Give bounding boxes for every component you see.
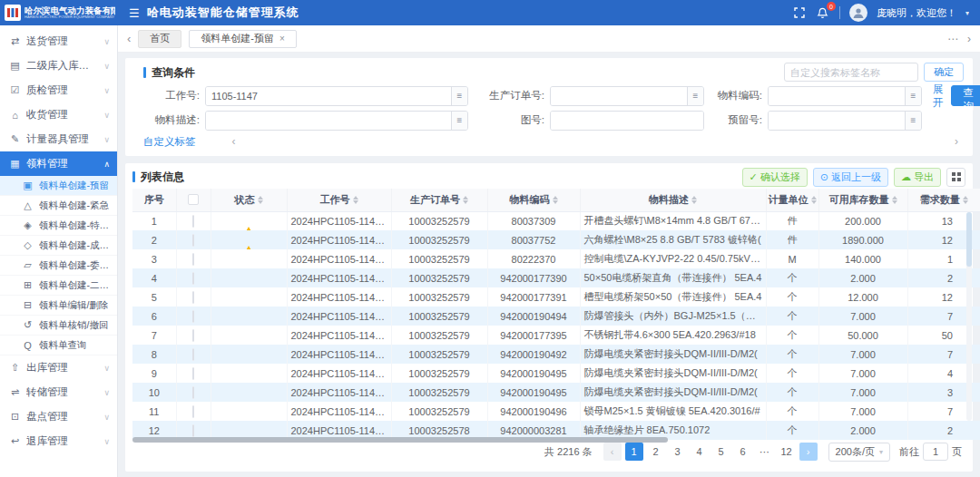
column-header[interactable]: 状态 [211, 189, 287, 211]
sidebar-item-receiving[interactable]: ⌂收货管理∨ [0, 102, 117, 127]
tabs-back-icon[interactable]: ‹ [127, 32, 131, 45]
row-checkbox[interactable] [192, 291, 194, 304]
custom-tag-link[interactable]: 自定义标签 [143, 135, 196, 149]
table-row[interactable]: 12024HPC1105-1147-21000325257980037309开槽… [132, 211, 980, 230]
row-checkbox[interactable] [192, 253, 194, 266]
row-checkbox[interactable] [192, 310, 194, 323]
sort-icon[interactable] [463, 196, 468, 204]
table-row[interactable]: 22024HPC1105-1147-21000325257980037752六角… [132, 230, 980, 249]
sidebar-item-request-create-secondary[interactable]: ⊞领料单创建-二级库 [0, 276, 117, 296]
select-all-checkbox[interactable] [188, 194, 199, 205]
sidebar-item-secondary-inbound-notice[interactable]: ▤二级库入库通知单∨ [0, 54, 117, 78]
row-checkbox[interactable] [192, 272, 194, 285]
row-checkbox[interactable] [192, 386, 194, 399]
horizontal-scrollbar[interactable] [132, 437, 668, 443]
drawing-no-input[interactable] [551, 112, 703, 130]
row-checkbox[interactable] [192, 215, 194, 228]
sidebar-item-request-create-outsourced[interactable]: ▱领料单创建-委外组件 [0, 256, 117, 276]
page-2[interactable]: 2 [647, 443, 665, 461]
sidebar-item-measuring-tools[interactable]: ✎计量器具管理∨ [0, 127, 117, 151]
page-size-select[interactable]: 200条/页 ▾ [828, 443, 890, 462]
table-row[interactable]: 62024HPC1105-1147-2100032525799420001904… [132, 307, 980, 326]
search-button[interactable]: 查询 [951, 85, 980, 106]
table-row[interactable]: 72024HPC1105-1147-2100032525799420001773… [132, 326, 980, 345]
page-3[interactable]: 3 [669, 443, 687, 461]
page-prev-button[interactable]: ‹ [603, 443, 622, 461]
tag-confirm-button[interactable]: 确定 [924, 63, 964, 82]
sort-icon[interactable] [892, 196, 897, 204]
row-checkbox[interactable] [192, 234, 194, 247]
reserve-no-input[interactable] [769, 112, 905, 130]
row-checkbox[interactable] [192, 367, 194, 380]
page-ellipsis[interactable]: ⋯ [756, 443, 774, 461]
user-menu-caret-icon[interactable]: ▾ [965, 9, 969, 17]
sidebar-item-stocktake[interactable]: ⊡盘点管理∨ [0, 404, 117, 429]
table-row[interactable]: 102024HPC1105-1147-210003252579942000190… [132, 383, 980, 402]
filter-icon[interactable]: ≡ [451, 112, 467, 130]
sort-icon[interactable] [353, 196, 358, 204]
work-no-input[interactable] [206, 87, 451, 105]
page-12[interactable]: 12 [778, 443, 796, 461]
vertical-scrollbar[interactable] [966, 212, 972, 421]
page-next-button[interactable]: › [799, 443, 818, 461]
filter-icon[interactable]: ≡ [451, 87, 467, 105]
goto-page-input[interactable] [923, 443, 948, 461]
material-desc-input[interactable] [206, 112, 451, 130]
column-header[interactable]: 计量单位 [766, 189, 818, 211]
table-row[interactable]: 112024HPC1105-1147-210003252579942000190… [132, 402, 980, 421]
expand-link[interactable]: 展开 [933, 83, 944, 110]
row-checkbox[interactable] [192, 405, 194, 418]
sidebar-collapse-icon[interactable]: ☰ [129, 6, 140, 20]
tag-search-input[interactable] [784, 63, 918, 82]
column-header[interactable]: 生产订单号 [391, 189, 487, 211]
sort-icon[interactable] [553, 196, 558, 204]
filter-icon[interactable]: ≡ [905, 112, 921, 130]
table-row[interactable]: 52024HPC1105-1147-2100032525799420001773… [132, 287, 980, 307]
sidebar-item-transfer[interactable]: ⇌转储管理∨ [0, 380, 117, 404]
page-5[interactable]: 5 [712, 443, 730, 461]
table-row[interactable]: 92024HPC1105-1147-2100032525799420001904… [132, 364, 980, 383]
filter-icon[interactable]: ≡ [687, 87, 703, 105]
column-header[interactable]: 物料描述 [580, 189, 766, 211]
notification-bell-icon[interactable]: 0 [816, 5, 830, 20]
page-1[interactable]: 1 [625, 443, 643, 461]
sidebar-item-request-writeoff-recall[interactable]: ↺领料单核销/撤回 [0, 316, 117, 336]
column-header[interactable]: 工作号 [287, 189, 391, 211]
tag-next-icon[interactable]: › [955, 135, 958, 148]
column-header[interactable]: 需求数量 [907, 189, 980, 211]
page-6[interactable]: 6 [734, 443, 752, 461]
table-row[interactable]: 42024HPC1105-1147-2100032525799420001773… [132, 268, 980, 287]
production-order-no-input[interactable] [551, 87, 687, 105]
row-checkbox[interactable] [192, 348, 194, 361]
sort-icon[interactable] [691, 196, 697, 204]
sidebar-item-delivery[interactable]: ⇄送货管理∨ [0, 29, 117, 54]
sidebar-item-request-create-cost-center[interactable]: ◇领料单创建-成本中心 [0, 236, 117, 256]
sidebar-item-request-create-urgent[interactable]: △领料单创建-紧急 [0, 196, 117, 216]
user-avatar[interactable] [849, 4, 867, 22]
column-header[interactable]: 物料编码 [487, 189, 580, 211]
sidebar-item-request-create-special-project[interactable]: ◈领料单创建-特殊项目 [0, 216, 117, 236]
sort-icon[interactable] [811, 196, 817, 204]
sidebar-item-quality[interactable]: ☑质检管理∨ [0, 78, 117, 102]
sort-icon[interactable] [963, 196, 968, 204]
tabs-forward-icon[interactable]: › [967, 33, 971, 45]
tabs-more-icon[interactable]: ⋯ [947, 33, 958, 45]
back-up-level-button[interactable]: ⊙ 返回上一级 [813, 168, 888, 187]
export-button[interactable]: ☁ 导出 [894, 168, 941, 187]
sidebar-item-material-request[interactable]: ▦领料管理∧ [0, 151, 117, 176]
sidebar-item-request-edit-delete[interactable]: ⊟领料单编辑/删除 [0, 296, 117, 316]
sidebar-item-request-create-reserve[interactable]: ▣领料单创建-预留 [0, 176, 117, 196]
row-checkbox[interactable] [192, 424, 194, 437]
fullscreen-icon[interactable] [792, 5, 807, 20]
tag-prev-icon[interactable]: ‹ [232, 135, 236, 148]
table-row[interactable]: 82024HPC1105-1147-2100032525799420001904… [132, 345, 980, 364]
sort-icon[interactable] [258, 196, 263, 204]
page-4[interactable]: 4 [691, 443, 709, 461]
tab-material-request-reserve[interactable]: 领料单创建-预留 × [189, 30, 297, 48]
column-settings-button[interactable] [946, 168, 965, 187]
sidebar-item-request-query[interactable]: Q领料单查询 [0, 336, 117, 355]
material-code-input[interactable] [769, 87, 905, 105]
table-row[interactable]: 32024HPC1105-1147-21000325257980222370控制… [132, 249, 980, 268]
sidebar-item-return-warehouse[interactable]: ↩退库管理∨ [0, 429, 117, 453]
confirm-select-button[interactable]: ✓ 确认选择 [742, 168, 808, 187]
